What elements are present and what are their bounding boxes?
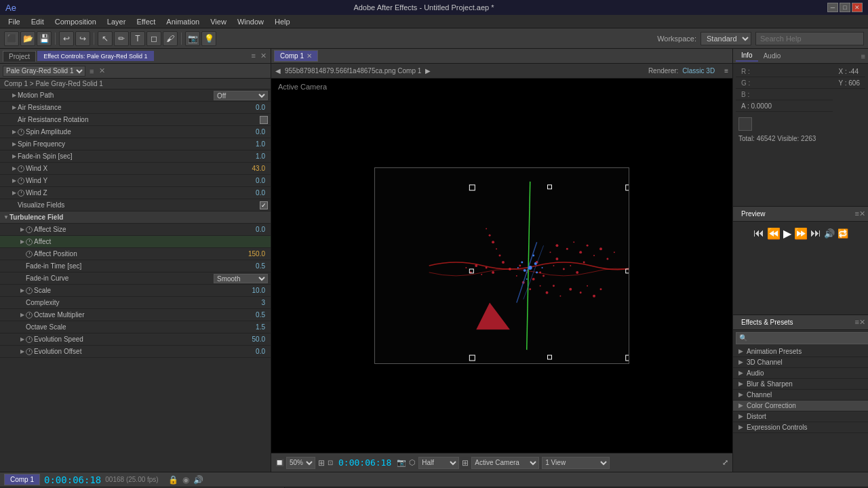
- step-back-button[interactable]: ⏪: [767, 227, 781, 240]
- timeline-time[interactable]: 0:00:06:18: [44, 474, 101, 485]
- expand-icon[interactable]: ▶: [19, 239, 26, 245]
- stopwatch-icon[interactable]: [26, 239, 33, 245]
- options-icon[interactable]: ≡: [88, 67, 95, 75]
- skip-to-start-button[interactable]: ⏮: [753, 227, 764, 239]
- prop-wind-x[interactable]: ▶ Wind X 43.0: [0, 163, 271, 175]
- stopwatch-icon[interactable]: [26, 251, 33, 258]
- prop-affect-size[interactable]: ▶ Affect Size 0.0: [0, 224, 271, 236]
- ep-close-icon[interactable]: ✕: [859, 318, 865, 327]
- prop-evolution-offset[interactable]: ▶ Evolution Offset 0.0: [0, 346, 271, 358]
- light-tool[interactable]: 💡: [201, 31, 216, 46]
- motion-path-dropdown[interactable]: Off: [214, 91, 268, 100]
- shape-tool[interactable]: ◻: [146, 31, 161, 46]
- menu-effect[interactable]: Effect: [131, 16, 161, 27]
- redo-button[interactable]: ↪: [75, 31, 90, 46]
- prop-affect[interactable]: ▶ Affect: [0, 236, 271, 248]
- section-turbulence-field[interactable]: ▼ Turbulence Field: [0, 211, 271, 224]
- stopwatch-icon[interactable]: [26, 287, 33, 294]
- tl-audio-icon[interactable]: 🔊: [193, 475, 203, 485]
- stopwatch-icon[interactable]: [18, 178, 24, 184]
- new-comp-button[interactable]: ⬛: [4, 31, 19, 46]
- time-display[interactable]: 0:00:06:18: [336, 458, 394, 468]
- tab-info[interactable]: Info: [736, 50, 758, 62]
- timeline-tab-comp1[interactable]: Comp 1: [4, 474, 40, 485]
- ep-item-channel[interactable]: ▶ Channel: [733, 390, 868, 401]
- pen-tool[interactable]: ✏: [114, 31, 129, 46]
- close-controls-icon[interactable]: ✕: [98, 66, 106, 75]
- undo-button[interactable]: ↩: [59, 31, 74, 46]
- ep-item-distort[interactable]: ▶ Distort: [733, 411, 868, 422]
- menu-layer[interactable]: Layer: [102, 16, 132, 27]
- prop-complexity[interactable]: ▶ Complexity 3: [0, 297, 271, 309]
- menu-window[interactable]: Window: [232, 16, 269, 27]
- prop-motion-path[interactable]: ▶ Motion Path Off: [0, 89, 271, 102]
- prop-evolution-speed[interactable]: ▶ Evolution Speed 50.0: [0, 333, 271, 346]
- checkbox[interactable]: [260, 116, 268, 124]
- tab-preview[interactable]: Preview: [736, 209, 771, 219]
- menu-file[interactable]: File: [3, 16, 26, 27]
- stopwatch-icon[interactable]: [18, 165, 24, 172]
- maximize-button[interactable]: □: [840, 3, 850, 12]
- select-tool[interactable]: ↖: [98, 31, 113, 46]
- minimize-button[interactable]: ─: [827, 3, 838, 12]
- ep-search-input[interactable]: [736, 332, 868, 344]
- expand-icon[interactable]: ▶: [11, 129, 18, 136]
- skip-to-end-button[interactable]: ⏭: [810, 227, 821, 239]
- safe-zones-icon[interactable]: ⊡: [328, 459, 333, 466]
- comp-nav-prev[interactable]: ◀: [275, 67, 281, 75]
- prop-fade-in-spin[interactable]: ▶ Fade-in Spin [sec] 1.0: [0, 150, 271, 163]
- menu-edit[interactable]: Edit: [26, 16, 50, 27]
- menu-animation[interactable]: Animation: [161, 16, 205, 27]
- prop-spin-frequency[interactable]: ▶ Spin Frequency 1.0: [0, 138, 271, 150]
- expand-icon[interactable]: ▶: [11, 104, 18, 111]
- audio-button[interactable]: 🔊: [824, 228, 835, 239]
- camera-icon[interactable]: 📷: [397, 458, 406, 467]
- open-button[interactable]: 📂: [20, 31, 35, 46]
- tab-audio[interactable]: Audio: [758, 51, 787, 61]
- expand-icon[interactable]: ▶: [738, 391, 747, 398]
- tab-effects-presets[interactable]: Effects & Presets: [736, 317, 799, 327]
- view-select[interactable]: Active Camera: [471, 457, 539, 469]
- render-icon[interactable]: ⬡: [409, 458, 416, 467]
- prop-octave-multiplier[interactable]: ▶ Octave Multiplier 0.5: [0, 309, 271, 321]
- expand-icon[interactable]: ▶: [19, 312, 26, 319]
- prop-scale[interactable]: ▶ Scale 10.0: [0, 285, 271, 297]
- tl-solo-icon[interactable]: ◉: [182, 475, 189, 485]
- stopwatch-icon[interactable]: [26, 312, 33, 319]
- expand-icon[interactable]: ▶: [738, 402, 747, 409]
- tl-controls-icon[interactable]: 🔒: [168, 475, 178, 485]
- expand-icon[interactable]: ▶: [19, 336, 26, 343]
- expand-icon[interactable]: ▶: [738, 359, 747, 365]
- ep-item-expression-controls[interactable]: ▶ Expression Controls: [733, 422, 868, 433]
- panel-close-icon[interactable]: ✕: [259, 52, 268, 60]
- menu-view[interactable]: View: [205, 16, 232, 27]
- ep-item-color-correction[interactable]: ▶ Color Correction: [733, 401, 868, 411]
- expand-icon[interactable]: ▶: [738, 348, 747, 354]
- expand-icon[interactable]: ▶: [19, 348, 26, 355]
- expand-icon[interactable]: ▶: [738, 380, 747, 387]
- expand-icon[interactable]: ▶: [11, 190, 18, 197]
- stopwatch-icon[interactable]: [18, 190, 24, 197]
- ep-item-3d-channel[interactable]: ▶ 3D Channel: [733, 357, 868, 368]
- panel-menu-icon[interactable]: ≡: [250, 52, 257, 60]
- menu-composition[interactable]: Composition: [50, 16, 102, 27]
- prop-air-resistance[interactable]: ▶ Air Resistance 0.0: [0, 102, 271, 114]
- prop-octave-scale[interactable]: ▶ Octave Scale 1.5: [0, 321, 271, 333]
- brush-tool[interactable]: 🖌: [163, 31, 178, 46]
- expand-icon[interactable]: ▶: [11, 141, 18, 148]
- expand-icon[interactable]: ▶: [738, 424, 747, 430]
- step-forward-button[interactable]: ⏩: [794, 227, 808, 240]
- tab-effect-controls[interactable]: Effect Controls: Pale Gray-Red Solid 1: [37, 51, 153, 61]
- prop-fade-in-time[interactable]: ▶ Fade-in Time [sec] 0.5: [0, 260, 271, 272]
- text-tool[interactable]: T: [130, 31, 145, 46]
- expand-icon[interactable]: ▶: [738, 413, 747, 420]
- close-tab-icon[interactable]: ✕: [307, 52, 312, 60]
- prop-visualize-fields[interactable]: ▶ Visualize Fields: [0, 199, 271, 211]
- play-button[interactable]: ▶: [783, 227, 791, 240]
- ep-item-audio[interactable]: ▶ Audio: [733, 368, 868, 379]
- prop-spin-amplitude[interactable]: ▶ Spin Amplitude 0.0: [0, 126, 271, 138]
- menu-help[interactable]: Help: [269, 16, 296, 27]
- expand-icon[interactable]: ▶: [738, 369, 747, 376]
- stopwatch-icon[interactable]: [26, 336, 33, 343]
- view-count-select[interactable]: 1 View: [542, 457, 610, 469]
